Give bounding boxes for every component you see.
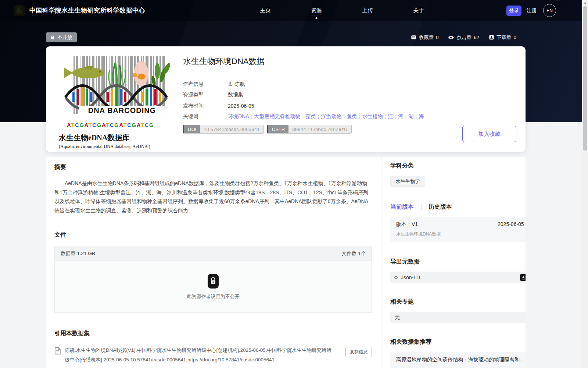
site-title: 中国科学院水生生物研究所科学数据中心 — [29, 6, 145, 15]
tab-current-version[interactable]: 当前版本 — [390, 203, 414, 211]
nav-home[interactable]: 主页 — [260, 0, 271, 21]
stat-favorites: 收藏量 0 — [411, 34, 438, 41]
recommend-title[interactable]: 高原湿地植物的空间遗传结构：海拔驱动的地理隔离和... — [396, 357, 524, 363]
cstr-badge[interactable]: CSTR 39844.11.ihbdc.7kriZ9zU — [267, 125, 352, 134]
add-to-favorites-button[interactable]: 加入收藏 — [462, 126, 516, 142]
recommend-heading: 相关数据集推荐 — [390, 338, 526, 346]
eye-icon — [448, 35, 454, 40]
top-navbar: 中国科学院水生生物研究所科学数据中心 主页 资源 上传 关于 登录 注册 EN — [0, 0, 588, 21]
stat-downloads: 下载量 0 — [489, 34, 516, 41]
download-icon — [489, 35, 494, 40]
abstract-heading: 摘要 — [54, 163, 372, 171]
export-format: Json-LD — [401, 275, 420, 280]
subject-heading: 学科分类 — [390, 162, 526, 170]
access-status-label: 不开放 — [57, 34, 72, 41]
lock-icon — [50, 35, 55, 40]
citation-text: 陈凯.水生生物环境DNA数据(V1).中国科学院水生生物研究所所级中心[创建机构… — [65, 346, 334, 365]
field-publish-date: 发布时间 2025-06-05 — [183, 100, 514, 112]
clicks-count: 62 — [474, 35, 479, 40]
barcoding-label: DNA BARCODING — [88, 106, 156, 114]
field-resource-type: 资源类型 数据集 — [183, 90, 514, 101]
copy-citation-button[interactable]: 复制信息 — [345, 347, 372, 357]
scrollbar-thumb[interactable] — [583, 6, 587, 151]
files-panel-header: 数据量 1.21 GB 文件数 1个 — [55, 246, 372, 261]
citation-row: 陈凯.水生生物环境DNA数据(V1).中国科学院水生生物研究所所级中心[创建机构… — [54, 346, 372, 365]
export-jsonld-row[interactable]: Json-LD — [390, 272, 526, 283]
diamond-icon — [394, 275, 398, 279]
dataset-header-card: DNA BARCODING ATCGATCGATCGATCGATCG 水生生物e… — [46, 46, 526, 152]
sidebar: 学科分类 水生生物学 当前版本 ｜ 历史版本 版本：V1 2025-06-05 … — [381, 157, 526, 368]
doi-badge[interactable]: DOI 10.57841/casdc.0005641 — [183, 125, 264, 134]
files-heading: 文件 — [54, 231, 372, 239]
export-download-icon[interactable] — [520, 274, 526, 281]
nav-about[interactable]: 关于 — [413, 0, 424, 21]
scrollbar[interactable] — [582, 0, 588, 368]
dataset-title: 水生生物环境DNA数据 — [183, 56, 514, 67]
user-icon — [228, 82, 233, 86]
field-keywords: 关键词 环境DNA；大型底栖无脊椎动物；藻类；浮游动物；鱼类；水生植物；江；河；… — [183, 112, 514, 123]
keyword-links[interactable]: 环境DNA；大型底栖无脊椎动物；藻类；浮游动物；鱼类；水生植物；江；河；湖；海 — [228, 113, 424, 120]
collection-icon — [411, 35, 416, 40]
document-icon — [54, 347, 61, 355]
abstract-text: AeDNA是由水生生物DNA条形码和基因组组成的eDNA数据库，涉及生物类群包括… — [54, 179, 372, 215]
scrollbar-up-arrow[interactable] — [584, 2, 587, 4]
version-date: 2025-06-05 — [498, 221, 524, 228]
recommend-card[interactable]: 高原湿地植物的空间遗传结构：海拔驱动的地理隔离和... 湿地；水生植物；遗传结构 — [390, 352, 526, 368]
stat-clicks: 点击量 62 — [448, 34, 479, 41]
dataset-stats: 收藏量 0 点击量 62 下载量 0 — [411, 32, 516, 42]
main-column: 摘要 AeDNA是由水生生物DNA条形码和基因组组成的eDNA数据库，涉及生物类… — [46, 157, 381, 368]
version-value: V1 — [412, 221, 418, 227]
version-tabs: 当前版本 ｜ 历史版本 — [390, 203, 526, 211]
dataset-meta: 水生生物环境DNA数据 作者信息 陈凯 资源类型 数据集 发布时间 2025-0… — [183, 56, 514, 134]
nav-resources[interactable]: 资源 — [311, 0, 322, 21]
cstr-value: 39844.11.ihbdc.7kriZ9zU — [288, 125, 351, 133]
files-panel: 数据量 1.21 GB 文件数 1个 此资源作者设置为不公开 — [54, 246, 372, 313]
register-link[interactable]: 注册 — [527, 7, 537, 14]
export-heading: 导出元数据 — [390, 258, 526, 266]
topics-empty: 无 — [390, 312, 526, 323]
files-locked-area: 此资源作者设置为不公开 — [55, 261, 372, 312]
downloads-count: 0 — [513, 35, 516, 40]
nav-upload[interactable]: 上传 — [362, 0, 373, 21]
access-status-badge: 不开放 — [46, 32, 77, 42]
file-count-value: 1个 — [358, 251, 366, 256]
auth-area: 登录 注册 EN — [506, 0, 556, 21]
locked-file-icon — [208, 274, 219, 289]
database-name: 水生生物eDNA数据库 — [59, 133, 173, 143]
tab-history-version[interactable]: 历史版本 — [429, 203, 452, 211]
main-nav: 主页 资源 上传 关于 — [260, 0, 424, 21]
helix-rungs — [72, 87, 161, 107]
favorites-count: 0 — [436, 35, 439, 40]
database-name-en: (Aquatic environmental DNA database, AeD… — [59, 144, 173, 149]
version-dataset-name: 水生生物环境DNA数据 — [396, 231, 524, 237]
subject-tag[interactable]: 水生生物学 — [390, 176, 425, 187]
dataset-cover-image: DNA BARCODING ATCGATCGATCGATCGATCG 水生生物e… — [59, 54, 173, 149]
data-size-value: 1.21 GB — [77, 251, 95, 256]
locked-message: 此资源作者设置为不公开 — [187, 293, 240, 300]
login-button[interactable]: 登录 — [506, 6, 521, 16]
version-card[interactable]: 版本：V1 2025-06-05 水生生物环境DNA数据 — [390, 217, 526, 242]
author-name[interactable]: 陈凯 — [234, 81, 245, 88]
language-toggle[interactable]: EN — [543, 4, 556, 17]
content-card: 摘要 AeDNA是由水生生物DNA条形码和基因组组成的eDNA数据库，涉及生物类… — [46, 157, 526, 368]
dna-sequence: ATCGATCGATCGATCGATCG — [67, 122, 173, 128]
field-author: 作者信息 陈凯 — [183, 79, 514, 90]
site-logo-icon[interactable] — [14, 5, 25, 16]
dna-helix-illustration — [65, 86, 167, 109]
citation-heading: 引用本数据集 — [54, 330, 372, 337]
topics-heading: 相关专题 — [390, 298, 526, 306]
doi-value: 10.57841/casdc.0005641 — [200, 125, 263, 133]
tab-separator: ｜ — [418, 203, 424, 211]
